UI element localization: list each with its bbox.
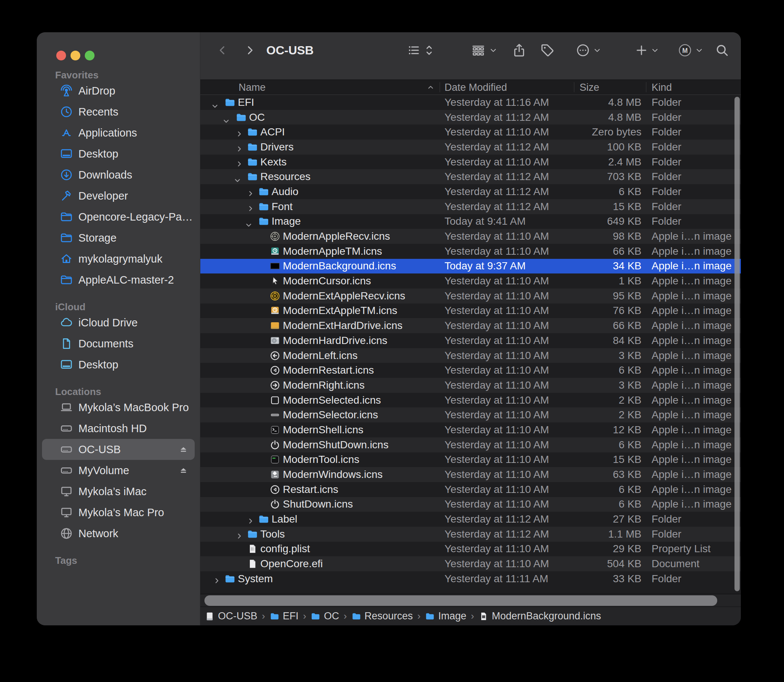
file-row-tools[interactable]: ToolsYesterday at 11:12 AM1.1 MBFolder [200, 527, 741, 542]
back-button[interactable] [216, 32, 229, 68]
disclosure-expanded-icon[interactable] [247, 221, 254, 229]
sidebar-item-applealc-master-2[interactable]: AppleALC-master-2 [42, 269, 195, 290]
file-row-modernright-icns[interactable]: ModernRight.icnsYesterday at 11:10 AM3 K… [200, 378, 741, 393]
file-date: Yesterday at 11:10 AM [445, 468, 549, 481]
sidebar-item-airdrop[interactable]: AirDrop [42, 80, 195, 101]
sidebar-item-developer[interactable]: Developer [42, 185, 195, 206]
file-row-label[interactable]: LabelYesterday at 11:12 AM27 KBFolder [200, 512, 741, 527]
sidebar-item-network[interactable]: Network [42, 523, 195, 544]
disclosure-collapsed-icon[interactable] [236, 128, 243, 136]
path-segment-oc-usb[interactable]: OC-USB [205, 610, 257, 622]
file-row-modernapplerecv-icns[interactable]: ModernAppleRecv.icnsYesterday at 11:10 A… [200, 229, 741, 244]
file-name: EFI [238, 96, 254, 108]
path-segment-oc[interactable]: OC [311, 610, 339, 622]
disclosure-collapsed-icon[interactable] [236, 143, 243, 151]
sidebar-item-icloud-drive[interactable]: iCloud Drive [42, 312, 195, 333]
file-row-modernselected-icns[interactable]: ModernSelected.icnsYesterday at 11:10 AM… [200, 393, 741, 408]
horizontal-scrollbar[interactable] [204, 595, 717, 606]
sidebar-item-mykolagrymalyuk[interactable]: mykolagrymalyuk [42, 249, 195, 269]
file-row-modernshell-icns[interactable]: ModernShell.icnsYesterday at 11:10 AM12 … [200, 422, 741, 437]
minimize-button[interactable] [70, 51, 80, 61]
sidebar-item-myvolume[interactable]: MyVolume [42, 460, 195, 481]
file-row-modernharddrive-icns[interactable]: ModernHardDrive.icnsYesterday at 11:10 A… [200, 333, 741, 348]
file-row-opencore-efi[interactable]: OpenCore.efiYesterday at 11:10 AM504 KBD… [200, 556, 741, 571]
file-row-modernextharddrive-icns[interactable]: ModernExtHardDrive.icnsYesterday at 11:1… [200, 318, 741, 333]
sidebar-item-downloads[interactable]: Downloads [42, 164, 195, 185]
more-actions-control[interactable] [575, 32, 601, 68]
view-options-control[interactable] [407, 32, 433, 68]
path-segment-modernbackground-icns[interactable]: ModernBackground.icns [479, 610, 601, 622]
sidebar-item-mykola-s-macbook-pro[interactable]: Mykola’s MacBook Pro [42, 397, 195, 418]
file-name: Image [272, 215, 301, 227]
file-row-system[interactable]: SystemYesterday at 11:11 AM33 KBFolder [200, 571, 741, 586]
disclosure-collapsed-icon[interactable] [247, 203, 254, 210]
sidebar-item-storage[interactable]: Storage [42, 227, 195, 249]
disclosure-collapsed-icon[interactable] [236, 158, 243, 166]
new-item-control[interactable] [635, 32, 659, 68]
file-row-modernbackground-icns[interactable]: ModernBackground.icnsToday at 9:37 AM34 … [200, 259, 741, 274]
sidebar-item-documents[interactable]: Documents [42, 333, 195, 354]
file-row-modernextapplerecv-icns[interactable]: ModernExtAppleRecv.icnsYesterday at 11:1… [200, 288, 741, 303]
disclosure-expanded-icon[interactable] [236, 177, 243, 184]
file-row-modernselector-icns[interactable]: ModernSelector.icnsYesterday at 11:10 AM… [200, 407, 741, 422]
path-segment-image[interactable]: Image [425, 610, 466, 622]
sidebar-item-mykola-s-mac-pro[interactable]: Mykola’s Mac Pro [42, 502, 195, 523]
eject-icon[interactable] [178, 444, 189, 455]
sidebar-item-desktop[interactable]: Desktop [42, 354, 195, 375]
search-button[interactable] [715, 32, 729, 68]
file-row-modernwindows-icns[interactable]: ModernWindows.icnsYesterday at 11:10 AM6… [200, 467, 741, 482]
vertical-scrollbar[interactable] [735, 97, 740, 591]
file-row-image[interactable]: ImageToday at 9:41 AM649 KBFolder [200, 214, 741, 229]
file-row-kexts[interactable]: KextsYesterday at 11:10 AM2.4 MBFolder [200, 155, 741, 170]
file-kind: Folder [652, 186, 681, 198]
disclosure-collapsed-icon[interactable] [247, 515, 254, 523]
file-row-modernappletm-icns[interactable]: ModernAppleTM.icnsYesterday at 11:10 AM6… [200, 244, 741, 259]
file-row-moderntool-icns[interactable]: ModernTool.icnsYesterday at 11:10 AM15 K… [200, 453, 741, 467]
sidebar-item-desktop[interactable]: Desktop [42, 143, 195, 164]
column-size[interactable]: Size [580, 81, 599, 93]
column-name[interactable]: Name [239, 81, 266, 93]
zoom-button[interactable] [85, 51, 94, 61]
sidebar-item-opencore-legacy-pat-[interactable]: Opencore-Legacy-Pat… [42, 206, 195, 227]
disclosure-collapsed-icon[interactable] [213, 575, 221, 583]
file-row-modernleft-icns[interactable]: ModernLeft.icnsYesterday at 11:10 AM3 KB… [200, 348, 741, 363]
column-divider[interactable] [574, 82, 574, 92]
file-row-restart-icns[interactable]: Restart.icnsYesterday at 11:10 AM6 KBApp… [200, 482, 741, 497]
sidebar-item-mykola-s-imac[interactable]: Mykola’s iMac [42, 481, 195, 502]
sidebar-item-oc-usb[interactable]: OC-USB [42, 439, 195, 460]
file-row-font[interactable]: FontYesterday at 11:12 AM15 KBFolder [200, 199, 741, 214]
sidebar-item-applications[interactable]: Applications [42, 122, 195, 143]
eject-icon[interactable] [178, 465, 189, 476]
account-control[interactable]: M [677, 32, 703, 68]
path-segment-efi[interactable]: EFI [270, 610, 299, 622]
group-by-control[interactable] [471, 32, 497, 68]
file-row-drivers[interactable]: DriversYesterday at 11:12 AM100 KBFolder [200, 140, 741, 155]
forward-button[interactable] [244, 32, 256, 68]
sidebar-item-macintosh-hd[interactable]: Macintosh HD [42, 418, 195, 439]
path-segment-resources[interactable]: Resources [352, 610, 413, 622]
disclosure-collapsed-icon[interactable] [247, 188, 254, 196]
disclosure-expanded-icon[interactable] [213, 102, 221, 110]
sidebar-item-recents[interactable]: Recents [42, 101, 195, 122]
column-kind[interactable]: Kind [652, 81, 672, 93]
share-button[interactable] [512, 32, 527, 68]
file-row-config-plist[interactable]: config.plistYesterday at 11:10 AM29 KBPr… [200, 542, 741, 557]
file-row-resources[interactable]: ResourcesYesterday at 11:12 AM703 KBFold… [200, 169, 741, 184]
column-divider[interactable] [440, 82, 440, 92]
file-row-acpi[interactable]: ACPIYesterday at 11:10 AMZero bytesFolde… [200, 124, 741, 140]
file-row-modernrestart-icns[interactable]: ModernRestart.icnsYesterday at 11:10 AM6… [200, 363, 741, 378]
file-row-efi[interactable]: EFIYesterday at 11:16 AM4.8 MBFolder [200, 95, 741, 110]
file-row-audio[interactable]: AudioYesterday at 11:12 AM6 KBFolder [200, 184, 741, 199]
disclosure-expanded-icon[interactable] [224, 118, 232, 125]
file-row-modernextappletm-icns[interactable]: ModernExtAppleTM.icnsYesterday at 11:10 … [200, 303, 741, 319]
file-row-shutdown-icns[interactable]: ShutDown.icnsYesterday at 11:10 AM6 KBAp… [200, 497, 741, 512]
tags-button[interactable] [540, 32, 555, 68]
file-row-modernshutdown-icns[interactable]: ModernShutDown.icnsYesterday at 11:10 AM… [200, 437, 741, 453]
column-divider[interactable] [646, 82, 646, 92]
column-date-modified[interactable]: Date Modified [445, 81, 507, 93]
disclosure-collapsed-icon[interactable] [236, 531, 243, 538]
file-row-oc[interactable]: OCYesterday at 11:12 AM4.8 MBFolder [200, 110, 741, 125]
file-name: Kexts [260, 156, 287, 168]
file-row-moderncursor-icns[interactable]: ModernCursor.icnsYesterday at 11:10 AM1 … [200, 274, 741, 288]
close-button[interactable] [56, 51, 66, 61]
